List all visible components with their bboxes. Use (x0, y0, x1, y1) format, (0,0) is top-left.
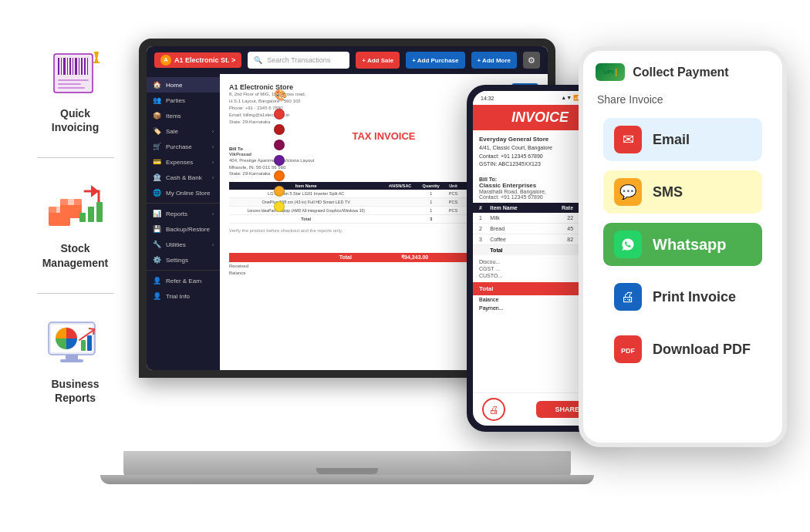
sidebar-item-home[interactable]: 🏠 Home (147, 77, 220, 93)
settings-button[interactable]: ⚙ (523, 52, 540, 69)
refer-icon: 👤 (153, 277, 162, 285)
svg-rect-13 (58, 83, 81, 85)
sidebar-label-refer: Refer & Earn (166, 278, 201, 285)
pdf-icon: PDF (614, 335, 642, 363)
color-circle-amber[interactable] (274, 186, 285, 197)
add-purchase-button[interactable]: + Add Purchase (406, 52, 464, 69)
svg-rect-29 (66, 355, 78, 359)
color-circle-orange[interactable] (274, 170, 285, 181)
sidebar-item-sale[interactable]: 🏷️ Sale › (147, 123, 220, 139)
chevron-right-icon: › (212, 129, 214, 134)
chevron-right-icon-2: › (212, 144, 214, 150)
col-header-hsn: #/HSN/SAC (383, 182, 417, 190)
share-option-sms[interactable]: 💬 SMS (603, 170, 762, 214)
svg-rect-2 (61, 58, 62, 75)
chevron-right-icon-6: › (212, 242, 214, 247)
avatar-circle: A (160, 55, 171, 66)
upi-logo: UPI | (596, 63, 625, 81)
svg-text:PDF: PDF (621, 347, 636, 355)
chevron-right-icon-3: › (212, 160, 214, 165)
share-option-email[interactable]: ✉ Email (603, 118, 762, 161)
sidebar-item-backup[interactable]: 💾 Backup/Restore (147, 221, 220, 237)
reports-sidebar-icon: 📊 (153, 210, 162, 217)
color-circle-red[interactable] (274, 109, 285, 120)
expenses-icon: 💳 (153, 158, 162, 166)
sidebar-label-trial: Trial Info (166, 293, 190, 300)
sidebar-item-expenses[interactable]: 💳 Expenses › (147, 154, 220, 170)
sidebar-item-trial[interactable]: 👤 Trial Info (147, 288, 220, 304)
item-name-2: OnePlus 108 cm (43 in) Full HD Smart LED… (229, 197, 383, 206)
online-store-icon: 🌐 (153, 189, 162, 197)
print-label: Print Invoice (653, 289, 736, 305)
features-panel: Quick Invoicing (15, 46, 135, 405)
divider-1 (37, 157, 114, 158)
sidebar-label-expenses: Expenses (166, 159, 193, 166)
sidebar-item-reports[interactable]: 📊 Reports › (147, 206, 220, 221)
sidebar-item-utilities[interactable]: 🔧 Utilities › (147, 237, 220, 252)
svg-rect-14 (58, 87, 85, 89)
whatsapp-label: Whatsapp (653, 236, 727, 254)
settings-sidebar-icon: ⚙️ (153, 256, 162, 264)
palette-icon[interactable]: 🎨 (274, 89, 289, 101)
invoice-note: Verify the product before checkout and t… (229, 228, 343, 250)
sms-icon: 💬 (614, 178, 642, 206)
svg-rect-8 (79, 58, 79, 75)
feature-quick-invoicing: Quick Invoicing (41, 46, 110, 134)
share-option-download[interactable]: PDF Download PDF (603, 328, 762, 371)
share-option-print[interactable]: 🖨 Print Invoice (603, 275, 762, 318)
svg-rect-33 (87, 335, 92, 351)
add-sale-button[interactable]: + Add Sale (356, 52, 400, 69)
svg-rect-17 (93, 62, 100, 63)
svg-rect-23 (68, 199, 74, 205)
sidebar-item-parties[interactable]: 👥 Parties (147, 93, 220, 108)
trial-icon: 👤 (153, 292, 162, 300)
sidebar-label-sale: Sale (166, 128, 178, 135)
app-header: A A1 Electronic St. > 🔍 Search Transacti… (147, 46, 548, 74)
svg-marker-15 (94, 52, 99, 59)
phone-print-button[interactable]: 🖨 (482, 398, 505, 421)
reports-icon (45, 318, 106, 369)
sidebar-item-items[interactable]: 📦 Items (147, 108, 220, 123)
sidebar-label-items: Items (166, 113, 181, 120)
sidebar-item-online-store[interactable]: 🌐 My Online Store (147, 185, 220, 200)
share-option-whatsapp[interactable]: Whatsapp (603, 223, 762, 266)
search-bar[interactable]: 🔍 Search Transactions (248, 52, 349, 69)
chevron-right-icon-4: › (212, 175, 214, 180)
phone-col-name: Item Name (490, 205, 545, 210)
laptop-base (123, 451, 571, 478)
color-circle-maroon[interactable] (274, 140, 285, 150)
col-header-qty: Quantity (417, 182, 445, 190)
sidebar-item-settings[interactable]: ⚙️ Settings (147, 252, 220, 268)
app-sidebar: 🏠 Home 👥 Parties 📦 Items 🏷️ Sale › (147, 74, 220, 370)
search-icon: 🔍 (254, 56, 262, 64)
utilities-icon: 🔧 (153, 241, 162, 248)
svg-rect-11 (87, 58, 88, 75)
chevron-right-icon-5: › (212, 211, 214, 217)
parties-icon: 👥 (153, 96, 162, 104)
business-reports-icon-box (41, 317, 110, 371)
svg-rect-24 (79, 213, 86, 222)
whatsapp-icon (614, 231, 642, 258)
phone-time: 14:32 (481, 96, 494, 101)
sidebar-label-parties: Parties (166, 97, 185, 104)
sidebar-item-cash-bank[interactable]: 🏦 Cash & Bank › (147, 170, 220, 185)
upi-collect-row: UPI | Collect Payment (596, 63, 770, 81)
sidebar-item-refer[interactable]: 👤 Refer & Earn (147, 273, 220, 288)
color-circle-darkred[interactable] (274, 124, 285, 135)
download-pdf-label: Download PDF (653, 342, 751, 358)
color-circle-yellow[interactable] (274, 201, 285, 212)
svg-rect-5 (69, 58, 71, 75)
search-placeholder: Search Transactions (267, 56, 330, 64)
svg-rect-25 (88, 207, 94, 222)
sidebar-item-purchase[interactable]: 🛒 Purchase › (147, 139, 220, 154)
store-badge[interactable]: A A1 Electronic St. > (154, 52, 241, 68)
item-name-1: LG 1.5 Ton 5 Star LG01 Inverter Split AC (229, 190, 383, 198)
invoice-company-block: A1 Electronic Store 8, 2nd Floor of MIG,… (229, 83, 305, 126)
sidebar-label-purchase: Purchase (166, 143, 192, 150)
phone-grand-total-label: Total (479, 285, 494, 292)
color-circle-purple[interactable] (274, 155, 285, 166)
share-invoice-label: Share Invoice (596, 93, 770, 106)
sidebar-label-settings: Settings (166, 257, 188, 264)
svg-rect-3 (63, 58, 66, 75)
add-more-button[interactable]: + Add More (471, 52, 517, 69)
